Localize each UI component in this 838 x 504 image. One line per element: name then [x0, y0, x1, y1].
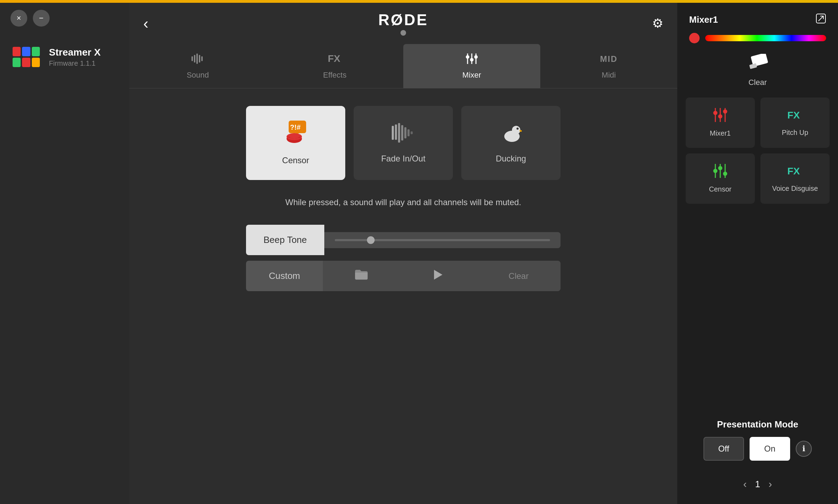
- svg-rect-23: [404, 127, 406, 138]
- content-area: ?!# Censor: [129, 88, 677, 504]
- description-text: While pressed, a sound will play and all…: [285, 197, 521, 207]
- custom-button[interactable]: Custom: [246, 261, 323, 291]
- svg-point-11: [474, 55, 478, 59]
- tab-sound-label: Sound: [187, 71, 209, 80]
- play-icon: [433, 269, 443, 283]
- svg-rect-19: [392, 126, 394, 140]
- pagination: ‹ 1 ›: [686, 475, 830, 494]
- svg-point-44: [718, 166, 722, 170]
- tab-effects[interactable]: FX Effects: [266, 44, 403, 88]
- mini-card-voice-disguise[interactable]: FX Voice Disguise: [760, 153, 830, 204]
- beep-tone-button[interactable]: Beep Tone: [246, 225, 324, 255]
- logo-container: RØDE: [378, 11, 428, 36]
- export-icon: [816, 16, 826, 26]
- mode-selector: ?!# Censor: [246, 106, 561, 180]
- page-number: 1: [755, 479, 760, 490]
- close-icon: ×: [17, 14, 21, 23]
- mixer1-icon: [713, 108, 728, 125]
- mixer-header: Mixer1: [686, 13, 830, 26]
- device-name: Streamer X: [49, 47, 101, 58]
- custom-clear-button[interactable]: Clear: [477, 261, 561, 291]
- pitch-up-label: Pitch Up: [782, 129, 808, 137]
- svg-rect-4: [201, 56, 203, 61]
- presentation-off-button[interactable]: Off: [703, 437, 744, 461]
- slider-track[interactable]: [335, 239, 550, 241]
- prev-page-button[interactable]: ‹: [743, 478, 747, 490]
- mini-card-censor[interactable]: Censor: [686, 153, 755, 204]
- off-label: Off: [718, 444, 729, 453]
- custom-label: Custom: [269, 271, 300, 281]
- window-controls: × −: [0, 3, 60, 34]
- spacer: [686, 211, 830, 405]
- svg-point-37: [718, 114, 722, 118]
- ducking-label: Ducking: [496, 154, 526, 164]
- presentation-section: Presentation Mode Off On ℹ: [686, 412, 830, 468]
- beep-tone-row: Beep Tone: [246, 225, 561, 255]
- minimize-icon: −: [39, 14, 44, 23]
- ducking-mode-card[interactable]: Ducking: [461, 106, 561, 180]
- svg-text:FX: FX: [787, 110, 800, 121]
- icon-cell: [32, 47, 40, 56]
- presentation-on-button[interactable]: On: [750, 437, 790, 461]
- svg-point-18: [289, 135, 299, 138]
- svg-rect-0: [192, 56, 193, 61]
- next-page-button[interactable]: ›: [768, 478, 772, 490]
- svg-rect-1: [194, 55, 195, 63]
- mini-cards-grid: Mixer1 FX Pitch Up: [686, 98, 830, 204]
- fade-inout-mode-card[interactable]: Fade In/Out: [354, 106, 453, 180]
- mini-card-pitch-up[interactable]: FX Pitch Up: [760, 98, 830, 148]
- beep-tone-label: Beep Tone: [263, 235, 307, 245]
- fade-inout-label: Fade In/Out: [381, 154, 426, 164]
- right-panel: Mixer1: [677, 3, 838, 504]
- svg-point-38: [723, 109, 727, 114]
- tab-mixer[interactable]: Mixer: [403, 44, 540, 88]
- clear-eraser-section: Clear: [686, 50, 830, 91]
- svg-point-10: [470, 58, 474, 62]
- minimize-button[interactable]: −: [33, 10, 50, 27]
- tab-midi[interactable]: MIDI Midi: [540, 44, 677, 88]
- ducking-icon: [499, 122, 523, 148]
- back-button[interactable]: ‹: [143, 16, 149, 31]
- svg-rect-3: [199, 55, 200, 63]
- svg-point-29: [516, 128, 519, 130]
- settings-icon: ⚙: [652, 16, 663, 30]
- custom-clear-label: Clear: [508, 271, 528, 281]
- close-button[interactable]: ×: [10, 10, 27, 27]
- svg-text:MIDI: MIDI: [600, 54, 617, 64]
- mini-card-mixer1[interactable]: Mixer1: [686, 98, 755, 148]
- presentation-info-button[interactable]: ℹ: [796, 441, 812, 457]
- svg-rect-20: [395, 124, 397, 140]
- svg-text:FX: FX: [328, 53, 340, 64]
- svg-text:?!#: ?!#: [290, 123, 301, 131]
- back-icon: ‹: [143, 15, 149, 32]
- svg-point-9: [466, 55, 469, 59]
- color-slider-container: [686, 33, 830, 43]
- prev-icon: ‹: [743, 478, 747, 490]
- censor-icon: ?!#: [282, 121, 310, 150]
- fade-inout-icon: [391, 122, 416, 148]
- presentation-mode-title: Presentation Mode: [717, 419, 799, 430]
- svg-rect-22: [401, 125, 403, 141]
- tab-sound[interactable]: Sound: [129, 44, 266, 88]
- on-label: On: [764, 444, 775, 453]
- export-button[interactable]: [816, 13, 826, 26]
- midi-icon: MIDI: [600, 52, 617, 67]
- eraser-icon[interactable]: [747, 54, 768, 74]
- censor-mini-label: Censor: [709, 185, 731, 193]
- info-icon: ℹ: [802, 444, 805, 453]
- device-firmware: Firmware 1.1.1: [49, 59, 101, 67]
- color-slider[interactable]: [705, 35, 826, 41]
- mixer1-label: Mixer1: [710, 129, 731, 137]
- svg-text:FX: FX: [787, 166, 800, 177]
- file-button[interactable]: [323, 261, 400, 291]
- mixer-title: Mixer1: [689, 14, 718, 25]
- slider-thumb[interactable]: [367, 236, 375, 244]
- play-button[interactable]: [400, 261, 477, 291]
- censor-mode-card[interactable]: ?!# Censor: [246, 106, 345, 180]
- next-icon: ›: [768, 478, 772, 490]
- settings-button[interactable]: ⚙: [652, 16, 663, 31]
- svg-rect-32: [749, 63, 757, 69]
- svg-rect-21: [398, 123, 400, 143]
- presentation-controls: Off On ℹ: [703, 437, 812, 461]
- device-icon: [10, 45, 42, 69]
